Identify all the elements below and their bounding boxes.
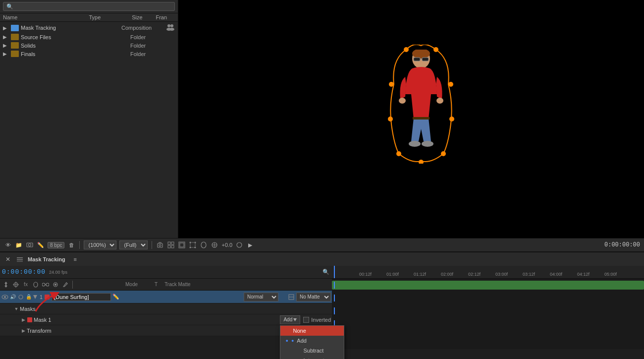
svg-point-6 (389, 82, 394, 87)
dropdown-item-subtract[interactable]: Subtract (280, 346, 344, 356)
col-header-fran: Fran (156, 14, 175, 20)
mask1-expand-arrow[interactable]: ▶ (21, 317, 26, 322)
svg-rect-25 (158, 243, 162, 247)
project-search-input[interactable] (3, 2, 175, 11)
svg-rect-20 (413, 117, 429, 120)
mode-select[interactable]: Normal Add Multiply (244, 293, 278, 301)
collapse-arrow[interactable] (33, 295, 38, 299)
tool-fx-icon[interactable]: fx (22, 281, 30, 289)
dropdown-label-add: Add (297, 338, 307, 344)
dropdown-item-none[interactable]: None (280, 326, 344, 336)
ruler-mark: 05:00f (604, 272, 617, 277)
dropdown-label-subtract: Subtract (303, 348, 323, 354)
dropdown-item-intersect[interactable]: Intersect (280, 356, 344, 359)
track-row-mask1 (332, 304, 644, 317)
solo-toggle[interactable] (17, 294, 24, 300)
timeline-body: 0:00:00:00 24.00 fps 🔍 fx (0, 266, 644, 349)
motion-blur-icon[interactable] (211, 241, 218, 249)
svg-point-1 (170, 24, 173, 27)
svg-rect-30 (171, 245, 174, 248)
mask1-label: Mask 1 (34, 317, 51, 323)
dropdown-item-add[interactable]: ● Add (280, 336, 344, 346)
track-matte-select[interactable]: No Matte Alpha Matte (296, 293, 331, 301)
svg-marker-62 (293, 318, 297, 321)
toolbar-eye-icon[interactable]: 👁 (4, 241, 12, 249)
current-time-display[interactable]: 0:00:00:00 (2, 268, 46, 276)
svg-rect-27 (168, 242, 170, 244)
layer-name-input[interactable] (52, 293, 111, 301)
timeline-close-icon[interactable]: ✕ (4, 255, 12, 263)
track-row-layer1 (332, 279, 644, 292)
timeline-section: ✕ Mask Tracking ≡ 0:00:00:00 24.00 fps 🔍 (0, 252, 644, 349)
svg-point-0 (167, 24, 170, 27)
tool-move-icon[interactable] (2, 281, 10, 289)
quality-select[interactable]: (Full) (Half) (119, 240, 148, 249)
layer-row[interactable]: 🔊 🔒 1 ✏️ Normal Add (0, 291, 332, 303)
tool-track-icon[interactable] (42, 281, 50, 289)
person-figure-svg (396, 50, 446, 161)
folder-icon (11, 34, 19, 40)
mask-mode-button[interactable]: Add (280, 315, 300, 324)
toolbar-camera-icon[interactable] (26, 241, 34, 249)
item-type: Folder (130, 43, 175, 49)
list-item[interactable]: ▶ Finals Folder (0, 50, 178, 58)
zoom-select[interactable]: (100%) (50%) (200%) (84, 240, 116, 249)
list-item[interactable]: ▶ Solids Folder (0, 41, 178, 50)
ruler-mark: 04:12f (577, 272, 590, 277)
masks-expand-arrow[interactable]: ▼ (14, 306, 19, 311)
bpc-badge: 8 bpc (48, 242, 64, 248)
transform-expand-arrow[interactable]: ▶ (21, 328, 26, 333)
toolbar-folder-icon[interactable]: 📁 (15, 241, 23, 249)
svg-point-37 (195, 247, 196, 248)
visibility-toggle[interactable] (1, 294, 8, 300)
playhead[interactable] (334, 266, 335, 278)
safe-zone-icon[interactable] (178, 241, 186, 249)
mask-mode-label: Add (283, 317, 292, 322)
inverted-checkbox[interactable] (303, 317, 309, 323)
svg-point-34 (190, 242, 191, 243)
ruler-mark: 00:12f (359, 272, 372, 277)
project-search-bar[interactable] (0, 0, 178, 13)
expand-icon: ▶ (3, 25, 10, 31)
comp-people-icon (166, 24, 175, 32)
svg-point-21 (409, 141, 421, 147)
lock-toggle[interactable]: 🔒 (25, 294, 32, 300)
mask1-row: ▶ Mask 1 Add None ● Add (0, 314, 332, 325)
grid-icon[interactable] (167, 241, 175, 249)
tool-paint-icon[interactable] (61, 281, 69, 289)
tool-mask-icon[interactable] (32, 281, 40, 289)
timeline-list-icon[interactable] (16, 255, 24, 263)
mask1-track-line (334, 307, 335, 314)
project-items-list: ▶ Mask Tracking Composition ▶ Source Fil… (0, 22, 178, 238)
mask1-color (27, 317, 32, 322)
svg-point-18 (399, 98, 406, 104)
item-type: Folder (130, 51, 175, 57)
tool-solo-icon[interactable] (52, 281, 59, 289)
play-icon[interactable]: ▶ (246, 241, 254, 249)
timeline-header: ✕ Mask Tracking ≡ (0, 252, 644, 266)
separator (79, 241, 80, 249)
svg-point-42 (237, 242, 242, 247)
timeline-search-icon[interactable]: 🔍 (322, 268, 330, 276)
list-item[interactable]: ▶ Source Files Folder (0, 33, 178, 41)
transform-icon[interactable] (189, 241, 197, 249)
timeline-menu-icon[interactable]: ≡ (71, 255, 79, 263)
mask-track-line (334, 295, 335, 301)
audio-toggle[interactable]: 🔊 (9, 294, 16, 300)
svg-point-57 (4, 296, 6, 298)
expand-icon: ▶ (3, 34, 10, 40)
record-icon[interactable] (235, 241, 243, 249)
toolbar-pen-icon[interactable]: ✏️ (37, 241, 45, 249)
svg-point-38 (201, 242, 206, 248)
mask-view-icon[interactable] (200, 241, 208, 249)
tool-anchor-icon[interactable] (12, 281, 20, 289)
snapshot-icon[interactable] (156, 241, 164, 249)
svg-point-55 (54, 284, 56, 286)
item-name: Mask Tracking (21, 25, 121, 31)
toolbar-trash-icon[interactable]: 🗑 (67, 241, 75, 249)
preview-toolbar: 👁 📁 ✏️ 8 bpc 🗑 (100%) (50%) (200%) (Full… (0, 238, 644, 252)
list-item[interactable]: ▶ Mask Tracking Composition (0, 23, 178, 33)
svg-point-51 (42, 283, 45, 286)
col-header-type: Type (89, 14, 132, 20)
layer-edit-icon[interactable]: ✏️ (112, 293, 120, 301)
